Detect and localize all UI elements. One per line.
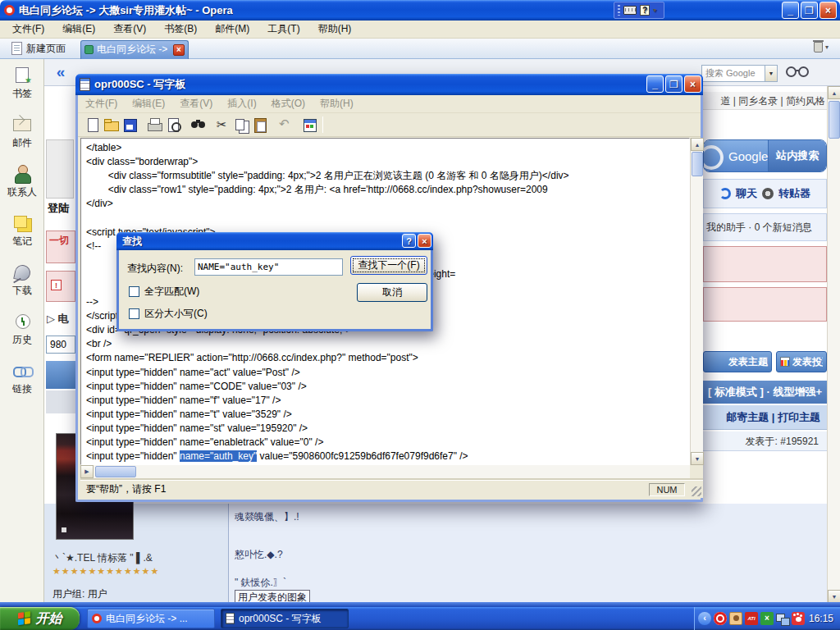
mail-print-links[interactable]: 邮寄主题 | 打印主题 [703, 405, 827, 430]
page-scrollbar[interactable]: ▲ ▼ [827, 86, 840, 603]
google-search-button[interactable]: Google [704, 140, 768, 171]
username[interactable]: 丶`★.TEL 情标落 " ▌.& [52, 551, 258, 565]
repost-link[interactable]: 转贴器 [778, 186, 810, 201]
opera-menu-item[interactable]: 帮助(H) [309, 21, 361, 38]
tab-close-icon[interactable]: × [173, 44, 185, 56]
find-dialog-titlebar[interactable]: 查找 ? × [116, 232, 433, 250]
find-next-button[interactable]: 查找下一个(F) [350, 256, 427, 275]
sidebar-item-links[interactable]: 链接 [0, 354, 44, 404]
open-icon[interactable] [103, 117, 119, 133]
save-icon[interactable] [122, 117, 138, 133]
sidebar-item-notes[interactable]: 笔记 [0, 207, 44, 256]
forum-nav-links[interactable]: 道 | 同乡名录 | 简约风格 [703, 92, 827, 110]
wordpad-menu-item[interactable]: 插入(I) [220, 95, 263, 112]
scroll-down-arrow-icon[interactable]: ▼ [828, 590, 840, 603]
keyboard-icon[interactable] [623, 6, 637, 15]
find-input[interactable] [194, 258, 343, 276]
chat-link[interactable]: 聊天 [736, 186, 757, 201]
undo-icon[interactable] [277, 117, 293, 133]
wordpad-menu-item[interactable]: 帮助(H) [313, 95, 361, 112]
network-tray-icon[interactable] [776, 612, 789, 625]
wordpad-menu-item[interactable]: 格式(O) [264, 95, 313, 112]
taskbar-task-opera[interactable]: 电白同乡论坛 -> ... [87, 609, 215, 628]
preview-icon[interactable] [166, 117, 181, 133]
minimize-button[interactable]: _ [782, 2, 799, 19]
opera-menu-item[interactable]: 查看(V) [104, 21, 155, 38]
opera-titlebar[interactable]: 电白同乡论坛 -> 大撒sir专用灌水帖~ - Opera ? ▾ _ ❐ × [0, 0, 840, 21]
editor-scroll-up-icon[interactable]: ▲ [691, 138, 704, 151]
copy-icon[interactable] [234, 117, 249, 133]
post-poll-button[interactable]: 发表投票 [776, 351, 827, 372]
find-icon[interactable] [190, 117, 206, 133]
help-icon[interactable]: ? [640, 5, 650, 16]
paste-icon[interactable] [253, 117, 268, 133]
dialog-close-button[interactable]: × [418, 234, 431, 248]
scrollbar-thumb[interactable] [829, 101, 840, 139]
match-case-checkbox[interactable] [129, 308, 139, 319]
user-images-link[interactable]: 用户发表的图象 [235, 590, 310, 603]
post-topic-button[interactable]: 发表主题 [703, 351, 772, 372]
language-bar-menu-caret-icon[interactable]: ▾ [653, 7, 656, 14]
new-icon[interactable] [84, 117, 100, 133]
editor-scroll-right-icon[interactable]: ▶ [80, 465, 94, 478]
taskbar-task-wordpad[interactable]: opr000SC - 写字板 [221, 609, 349, 628]
language-bar-grip[interactable] [618, 5, 620, 16]
page-tab[interactable]: 电白同乡论坛 -> 大... × [80, 40, 189, 59]
new-page-button[interactable]: 新建页面 [7, 40, 71, 57]
editor-scroll-down-icon[interactable]: ▼ [691, 452, 704, 465]
opera-menu-item[interactable]: 工具(T) [258, 21, 308, 38]
editor-vscroll-thumb[interactable] [692, 152, 703, 176]
start-button[interactable]: 开始 [0, 607, 80, 630]
closed-tabs-button[interactable]: ▾ [814, 42, 829, 52]
avatar-tray-icon[interactable] [729, 612, 742, 625]
opera-tray-icon[interactable] [714, 612, 727, 625]
editor-vertical-scrollbar[interactable]: ▲ ▼ [690, 138, 703, 465]
repost-gear-icon [762, 188, 774, 199]
datetime-icon[interactable] [302, 117, 317, 133]
opera-menu-item[interactable]: 编辑(E) [53, 21, 104, 38]
wordpad-menu-item[interactable]: 编辑(E) [125, 95, 172, 112]
sidebar-item-contacts[interactable]: 联系人 [0, 158, 44, 207]
ati-tray-icon[interactable]: ATI [745, 612, 758, 625]
editor-horizontal-scrollbar[interactable]: ◀ ▶ [80, 465, 703, 478]
close-button[interactable]: × [819, 2, 837, 19]
search-input[interactable]: 搜索 Google [702, 67, 765, 80]
scroll-up-arrow-icon[interactable]: ▲ [828, 86, 840, 99]
display-mode-bar[interactable]: [ 标准模式 ] · 线型增强+ [703, 381, 827, 404]
login-label[interactable]: 登陆 [48, 201, 75, 216]
opera-menu-item[interactable]: 邮件(M) [206, 21, 258, 38]
breadcrumb[interactable]: ▷ 电 [47, 312, 69, 326]
wordpad-titlebar[interactable]: opr000SC - 写字板 _ ❐ × [75, 74, 703, 95]
cancel-button[interactable]: 取消 [357, 283, 427, 302]
zoom-glasses-icon[interactable] [784, 65, 812, 80]
page-number-input[interactable]: 980 [46, 336, 75, 354]
search-engine-dropdown[interactable]: ▼ [765, 66, 777, 81]
sidebar-item-history[interactable]: 历史 [0, 305, 44, 354]
wordpad-maximize-button[interactable]: ❐ [665, 75, 682, 93]
print-icon[interactable] [147, 117, 162, 133]
opera-menu-item[interactable]: 书签(B) [155, 21, 206, 38]
baidu-tray-icon[interactable] [792, 612, 805, 625]
wordpad-close-button[interactable]: × [684, 75, 701, 93]
restore-button[interactable]: ❐ [801, 2, 818, 19]
start-label: 开始 [36, 610, 62, 628]
wordpad-menu-item[interactable]: 查看(V) [172, 95, 220, 112]
cut-icon[interactable] [215, 117, 231, 133]
resize-grip[interactable] [692, 486, 701, 496]
site-search-button[interactable]: 站内搜索 [768, 140, 826, 171]
wordpad-menu-item[interactable]: 文件(F) [78, 95, 125, 112]
greenx-tray-icon[interactable]: × [760, 612, 774, 625]
assistant-bar[interactable]: 我的助手 · 0 个新短消息 [703, 213, 827, 241]
sidebar-item-bookmarks[interactable]: 书签 [0, 59, 44, 108]
dialog-help-button[interactable]: ? [402, 234, 416, 248]
opera-menu-item[interactable]: 文件(F) [3, 21, 53, 38]
sidebar-item-mail[interactable]: 邮件 [0, 108, 44, 158]
wordpad-minimize-button[interactable]: _ [646, 75, 664, 93]
language-bar[interactable]: ? ▾ [614, 2, 664, 19]
match-whole-word-checkbox[interactable] [129, 286, 139, 297]
editor-hscroll-thumb[interactable] [95, 466, 136, 477]
sidebar-item-downloads[interactable]: 下载 [0, 256, 44, 305]
collapse-tray-icon[interactable]: ‹ [698, 612, 711, 625]
search-box[interactable]: 搜索 Google ▼ [701, 65, 778, 82]
rewind-button[interactable]: « [48, 62, 74, 83]
